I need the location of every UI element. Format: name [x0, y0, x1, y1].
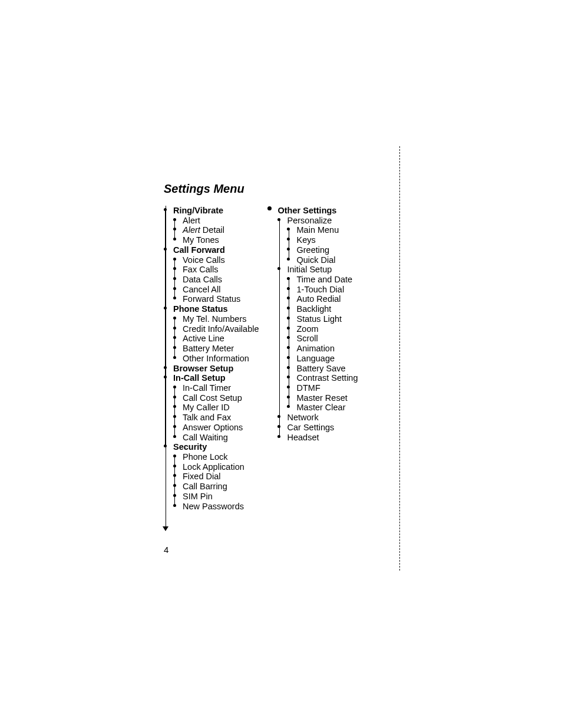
menu-item-label: Active Line: [183, 334, 224, 344]
submenu: In-Call TimerCall Cost SetupMy Caller ID…: [173, 383, 259, 442]
menu-item: Time and Date: [287, 275, 358, 285]
menu-item: Data Calls: [173, 275, 259, 285]
bullet-icon: [287, 317, 290, 319]
menu-item: Phone StatusMy Tel. NumbersCredit Info/A…: [164, 304, 259, 363]
menu-item-label: Scroll: [297, 334, 318, 344]
bullet-icon: [173, 346, 176, 349]
menu-item: Battery Save: [287, 364, 358, 374]
tree-arrow-down-icon: [163, 526, 168, 531]
menu-item: SIM Pin: [173, 492, 259, 502]
submenu: Phone LockLock ApplicationFixed DialCall…: [173, 452, 259, 511]
bullet-icon: [287, 327, 290, 330]
menu-item-label: Voice Calls: [183, 255, 225, 265]
bullet-icon: [173, 267, 176, 270]
menu-item: In-Call SetupIn-Call TimerCall Cost Setu…: [164, 373, 259, 442]
menu-item-label: Alert Detail: [183, 226, 224, 235]
bullet-icon: [173, 297, 176, 299]
menu-item-label: Status Light: [297, 314, 342, 324]
menu-tree-left: Ring/VibrateAlertAlert DetailMy TonesCal…: [164, 206, 259, 511]
menu-item-label: Animation: [297, 344, 335, 354]
bullet-icon: [173, 336, 176, 339]
column-left: Ring/VibrateAlertAlert DetailMy TonesCal…: [164, 206, 259, 511]
menu-item-label: My Tones: [183, 236, 219, 245]
bullet-icon: [287, 356, 290, 359]
bullet-icon: [287, 258, 290, 261]
bullet-icon: [173, 228, 176, 230]
menu-item-label: Alert: [183, 216, 200, 225]
bullet-icon: [173, 504, 176, 507]
menu-item: Zoom: [287, 324, 358, 334]
menu-item: Quick Dial: [287, 255, 358, 265]
bullet-icon: [164, 307, 167, 309]
column-right: Other Settings PersonalizeMain MenuKeysG…: [278, 206, 358, 442]
bullet-icon: [173, 396, 176, 398]
menu-item: Fixed Dial: [173, 472, 259, 482]
menu-item-label: Network: [287, 413, 319, 423]
menu-columns: Ring/VibrateAlertAlert DetailMy TonesCal…: [164, 206, 399, 511]
bullet-icon: [173, 287, 176, 290]
other-settings-root: Other Settings PersonalizeMain MenuKeysG…: [278, 206, 358, 442]
menu-item: Active Line: [173, 334, 259, 344]
bullet-icon: [173, 258, 176, 261]
bullet-icon: [287, 405, 290, 408]
menu-item-label: Talk and Fax: [183, 413, 231, 423]
menu-item-label: Language: [297, 354, 335, 363]
bullet-icon: [164, 375, 167, 378]
menu-item-label: Credit Info/Available: [183, 324, 259, 334]
menu-item: Credit Info/Available: [173, 324, 259, 334]
menu-item-label: Car Settings: [287, 423, 335, 432]
menu-item-label: Phone Lock: [183, 452, 228, 462]
menu-item: Call Waiting: [173, 433, 259, 443]
menu-item-label: DTMF: [297, 383, 320, 393]
crop-marks: [399, 146, 400, 571]
page-content: Settings Menu Ring/VibrateAlertAlert Det…: [164, 183, 399, 511]
menu-item-label: Other Settings: [278, 206, 337, 216]
bullet-icon: [173, 386, 176, 388]
menu-item-label: Main Menu: [297, 226, 339, 235]
submenu: Time and Date1-Touch DialAuto RedialBack…: [287, 275, 358, 413]
menu-item: Call ForwardVoice CallsFax CallsData Cal…: [164, 245, 259, 304]
bullet-icon: [173, 317, 176, 319]
menu-item-label: Call Waiting: [183, 433, 228, 442]
menu-item-label: Headset: [287, 433, 319, 442]
submenu: Main MenuKeysGreetingQuick Dial: [287, 225, 358, 265]
menu-item-label: Cancel All: [183, 285, 220, 294]
menu-item: In-Call Timer: [173, 383, 259, 393]
bullet-icon: [287, 307, 290, 309]
menu-item: Keys: [287, 235, 358, 245]
menu-item-label: Master Clear: [297, 403, 346, 413]
bullet-icon: [173, 356, 176, 359]
menu-item: DTMF: [287, 383, 358, 393]
menu-item-label: My Tel. Numbers: [183, 314, 247, 324]
menu-item: Talk and Fax: [173, 413, 259, 423]
menu-item-label: Battery Meter: [183, 344, 234, 354]
menu-item-label: Phone Status: [173, 305, 228, 314]
bullet-icon: [173, 425, 176, 428]
menu-item: My Tones: [173, 235, 259, 245]
menu-item: Forward Status: [173, 294, 259, 304]
menu-item-label: In-Call Setup: [173, 374, 226, 383]
menu-item: Alert Detail: [173, 225, 259, 235]
menu-item: Scroll: [287, 334, 358, 344]
menu-item-label: New Passwords: [183, 502, 244, 511]
menu-item-label: Other Information: [183, 354, 249, 363]
menu-item: New Passwords: [173, 502, 259, 512]
menu-item-label: Quick Dial: [297, 255, 336, 265]
menu-item-label: Backlight: [297, 305, 332, 314]
menu-item-label: 1-Touch Dial: [297, 285, 345, 294]
menu-item: Answer Options: [173, 423, 259, 433]
menu-item-label: Browser Setup: [173, 364, 233, 373]
page-number: 4: [164, 545, 168, 555]
menu-item: Status Light: [287, 314, 358, 324]
menu-item: Headset: [278, 433, 358, 443]
menu-item: Master Reset: [287, 393, 358, 403]
submenu: My Tel. NumbersCredit Info/AvailableActi…: [173, 314, 259, 364]
menu-item: Contrast Setting: [287, 373, 358, 383]
menu-item-label: Forward Status: [183, 295, 240, 304]
bullet-icon: [287, 346, 290, 349]
bullet-icon: [173, 405, 176, 408]
bullet-icon: [173, 474, 176, 477]
menu-item: My Caller ID: [173, 403, 259, 413]
menu-item: Car Settings: [278, 423, 358, 433]
menu-item-label: Auto Redial: [297, 295, 341, 304]
